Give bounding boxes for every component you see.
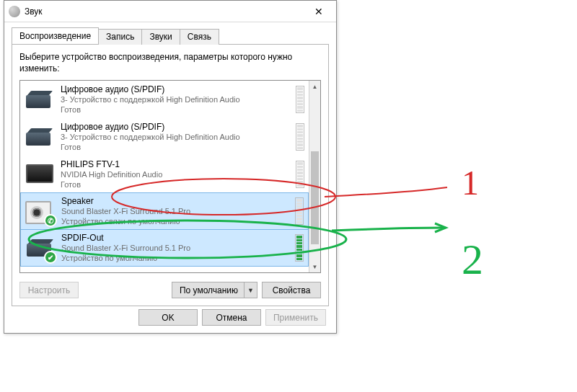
- sound-dialog: Звук ✕ Воспроизведение Запись Звуки Связ…: [4, 0, 337, 334]
- device-list-inner: Цифровое аудио (S/PDIF) 3- Устройство с …: [20, 81, 309, 272]
- device-icon-speaker: [25, 197, 56, 226]
- device-name: SPDIF-Out: [61, 233, 292, 244]
- tab-recording[interactable]: Запись: [98, 29, 142, 45]
- device-name: PHILIPS FTV-1: [61, 159, 293, 170]
- device-icon-monitor: [25, 160, 55, 189]
- device-status: Устройство по умолчанию: [61, 254, 292, 264]
- device-text: PHILIPS FTV-1 NVIDIA High Definition Aud…: [61, 159, 293, 190]
- chevron-down-icon[interactable]: ▼: [247, 287, 254, 294]
- close-icon: ✕: [314, 6, 323, 17]
- device-sub: Sound Blaster X-Fi Surround 5.1 Pro: [61, 244, 292, 254]
- device-status: Готов: [61, 180, 293, 190]
- device-name: Цифровое аудио (S/PDIF): [61, 84, 293, 95]
- tab-communications[interactable]: Связь: [180, 29, 219, 45]
- window-title: Звук: [25, 6, 304, 17]
- instruction-text: Выберите устройство воспроизведения, пар…: [19, 52, 321, 74]
- scroll-track[interactable]: [309, 92, 320, 261]
- device-item[interactable]: PHILIPS FTV-1 NVIDIA High Definition Aud…: [20, 156, 309, 193]
- app-icon: [9, 6, 20, 17]
- vu-meter: [296, 123, 304, 151]
- titlebar[interactable]: Звук ✕: [4, 1, 336, 22]
- device-status: Устройство связи по умолчанию: [61, 217, 292, 227]
- device-text: SPDIF-Out Sound Blaster X-Fi Surround 5.…: [61, 233, 292, 264]
- cancel-button[interactable]: Отмена: [202, 309, 261, 326]
- set-default-label: По умолчанию: [180, 285, 238, 295]
- scroll-down-icon[interactable]: ▼: [309, 261, 320, 272]
- set-default-button[interactable]: По умолчанию ▼: [172, 282, 257, 298]
- configure-button[interactable]: Настроить: [19, 282, 79, 298]
- scroll-thumb[interactable]: [311, 151, 319, 244]
- device-name: Speaker: [61, 196, 292, 207]
- device-icon-spdif: [25, 233, 56, 262]
- device-status: Готов: [61, 143, 293, 153]
- device-item-speaker[interactable]: Speaker Sound Blaster X-Fi Surround 5.1 …: [20, 192, 309, 230]
- tab-strip: Воспроизведение Запись Звуки Связь: [12, 27, 329, 44]
- device-text: Цифровое аудио (S/PDIF) 3- Устройство с …: [61, 84, 293, 115]
- scrollbar[interactable]: ▲ ▼: [309, 81, 320, 272]
- close-button[interactable]: ✕: [304, 1, 333, 22]
- default-badge-icon: [44, 251, 57, 264]
- device-status: Готов: [61, 105, 293, 115]
- tab-panel-playback: Выберите устройство воспроизведения, пар…: [12, 44, 329, 306]
- device-list: Цифровое аудио (S/PDIF) 3- Устройство с …: [19, 80, 321, 273]
- device-item[interactable]: Цифровое аудио (S/PDIF) 3- Устройство с …: [20, 81, 309, 118]
- dialog-buttons: OK Отмена Применить: [4, 309, 336, 326]
- vu-meter: [295, 234, 304, 262]
- apply-button[interactable]: Применить: [265, 309, 326, 326]
- default-comm-badge-icon: [44, 214, 57, 227]
- device-icon-spdif: [25, 85, 55, 114]
- vu-meter: [295, 197, 304, 225]
- device-icon-spdif: [25, 122, 55, 151]
- device-sub: 3- Устройство с поддержкой High Definiti…: [61, 133, 293, 143]
- device-name: Цифровое аудио (S/PDIF): [61, 122, 293, 133]
- device-sub: Sound Blaster X-Fi Surround 5.1 Pro: [61, 207, 292, 217]
- device-item[interactable]: Цифровое аудио (S/PDIF) 3- Устройство с …: [20, 118, 309, 156]
- ok-button[interactable]: OK: [138, 309, 198, 326]
- scroll-up-icon[interactable]: ▲: [309, 81, 320, 92]
- device-sub: NVIDIA High Definition Audio: [61, 170, 293, 180]
- device-buttons: Настроить По умолчанию ▼ Свойства: [19, 282, 321, 298]
- properties-button[interactable]: Свойства: [262, 282, 321, 298]
- vu-meter: [296, 161, 304, 188]
- device-text: Цифровое аудио (S/PDIF) 3- Устройство с …: [61, 122, 293, 153]
- device-text: Speaker Sound Blaster X-Fi Surround 5.1 …: [61, 196, 292, 227]
- device-sub: 3- Устройство с поддержкой High Definiti…: [61, 95, 293, 105]
- device-item-spdif-out[interactable]: SPDIF-Out Sound Blaster X-Fi Surround 5.…: [20, 229, 309, 267]
- tab-playback[interactable]: Воспроизведение: [12, 27, 99, 44]
- annotation-label-2: 2: [462, 236, 483, 283]
- tab-sounds[interactable]: Звуки: [141, 29, 180, 45]
- annotation-label-1: 1: [462, 164, 479, 202]
- vu-meter: [296, 86, 304, 113]
